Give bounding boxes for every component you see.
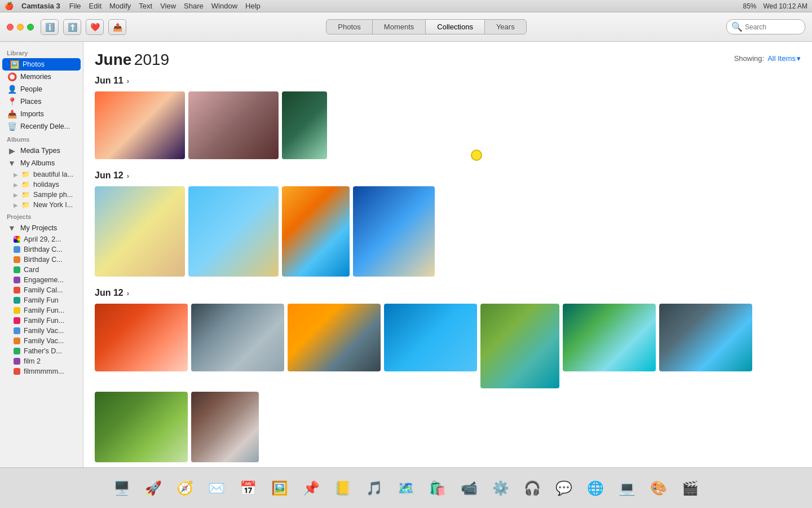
traffic-lights	[7, 24, 34, 30]
sidebar-item-birthday-c2[interactable]: Birthday C...	[0, 255, 83, 265]
sidebar-item-imports[interactable]: 📥 Imports	[0, 108, 83, 120]
tab-collections[interactable]: Collections	[426, 20, 485, 34]
menu-view[interactable]: View	[160, 2, 176, 10]
sidebar-item-holidays[interactable]: ▶ 📁 holidays	[0, 179, 83, 190]
share-button[interactable]: ⬆️	[63, 19, 81, 35]
sidebar-item-family-fun-3[interactable]: Family Fun...	[0, 316, 83, 326]
photo-thumb[interactable]	[659, 304, 752, 371]
menu-modify[interactable]: Modify	[109, 2, 131, 10]
sidebar-item-family-fun[interactable]: Family Fun	[0, 295, 83, 305]
folder-icon-2: 📁	[21, 181, 30, 189]
imports-icon: 📥	[7, 110, 17, 119]
sidebar-item-memories[interactable]: ⭕ Memories	[0, 71, 83, 83]
sidebar-item-beautiful-la[interactable]: ▶ 📁 beautiful la...	[0, 169, 83, 179]
photo-grid-jun12-1	[95, 186, 801, 277]
dock-item-maps[interactable]: 🗺️	[392, 474, 420, 502]
sidebar-item-family-vac2[interactable]: Family Vac...	[0, 336, 83, 346]
minimize-button[interactable]	[17, 24, 24, 30]
dock-item-safari[interactable]: 🧭	[171, 474, 199, 502]
date-label-jun12-1[interactable]: Jun 12 ›	[95, 170, 801, 181]
menu-text[interactable]: Text	[139, 2, 152, 10]
sidebar-item-filmmmm[interactable]: filmmmmm...	[0, 366, 83, 376]
project-dot-birthday1	[14, 246, 20, 253]
menu-file[interactable]: File	[69, 2, 81, 10]
menu-edit[interactable]: Edit	[89, 2, 102, 10]
sidebar-item-places[interactable]: 📍 Places	[0, 95, 83, 108]
photo-thumb[interactable]	[282, 186, 350, 277]
sidebar-item-fathers-d[interactable]: Father's D...	[0, 346, 83, 356]
sidebar-item-engagement[interactable]: Engageme...	[0, 275, 83, 285]
photo-thumb[interactable]	[353, 186, 435, 277]
folder-expand-icon-3: ▶	[14, 192, 18, 198]
photo-grid-jun12-2	[95, 304, 801, 388]
dock-item-photos-app[interactable]: 🎨	[645, 474, 673, 502]
info-button[interactable]: ℹ️	[41, 19, 59, 35]
photo-thumb[interactable]	[95, 304, 188, 371]
dock-item-preview[interactable]: 🖼️	[266, 474, 294, 502]
tab-moments[interactable]: Moments	[373, 20, 426, 34]
apple-logo-icon[interactable]: 🍎	[5, 2, 14, 10]
sidebar-item-family-fun-2[interactable]: Family Fun...	[0, 305, 83, 316]
photo-thumb[interactable]	[480, 304, 559, 388]
titlebar: 🍎 Camtasia 3 File Edit Modify Text View …	[0, 0, 812, 12]
sidebar-item-photos[interactable]: 🖼️ Photos	[2, 58, 81, 71]
date-label-jun11[interactable]: Jun 11 ›	[95, 76, 801, 86]
photo-thumb[interactable]	[191, 304, 284, 371]
sidebar-item-new-york[interactable]: ▶ 📁 New York I...	[0, 200, 83, 210]
dock-item-calendar[interactable]: 📅	[234, 474, 262, 502]
photo-thumb[interactable]	[191, 392, 259, 462]
photo-thumb[interactable]	[95, 91, 185, 159]
sidebar-item-people[interactable]: 👤 People	[0, 83, 83, 95]
sidebar-label-april-29: April 29, 2...	[24, 235, 61, 243]
dock-item-settings[interactable]: ⚙️	[487, 474, 515, 502]
dock-item-chrome[interactable]: 🌐	[581, 474, 610, 502]
library-section-label: Library	[0, 46, 83, 58]
search-box[interactable]: 🔍	[726, 19, 805, 34]
sidebar-item-film-2[interactable]: film 2	[0, 356, 83, 366]
dock-item-notes[interactable]: 📒	[329, 474, 357, 502]
sidebar-item-card[interactable]: Card	[0, 265, 83, 275]
search-input[interactable]	[745, 23, 800, 31]
dock-item-spotify[interactable]: 🎧	[518, 474, 546, 502]
dock-item-mail[interactable]: ✉️	[202, 474, 231, 502]
photo-thumb[interactable]	[95, 186, 185, 277]
dock-item-finder[interactable]: 🖥️	[108, 474, 136, 502]
showing-dropdown[interactable]: All Items ▾	[767, 54, 801, 63]
date-label-jun12-2[interactable]: Jun 12 ›	[95, 288, 801, 298]
photo-thumb[interactable]	[288, 304, 381, 371]
photo-thumb[interactable]	[188, 91, 279, 159]
dock-item-skype[interactable]: 💬	[550, 474, 578, 502]
photo-thumb[interactable]	[563, 304, 656, 371]
sidebar-item-april-29[interactable]: April 29, 2...	[0, 234, 83, 244]
dock-item-appstore[interactable]: 🛍️	[423, 474, 452, 502]
sidebar-item-my-projects[interactable]: ▼ My Projects	[0, 222, 83, 234]
project-dot-card	[14, 266, 20, 273]
project-dot-family-cal	[14, 287, 20, 294]
menu-help[interactable]: Help	[245, 2, 261, 10]
heart-button[interactable]: ❤️	[86, 19, 104, 35]
sidebar-item-my-albums[interactable]: ▼ My Albums	[0, 157, 83, 169]
dock-item-stickies[interactable]: 📌	[297, 474, 325, 502]
sidebar-item-recently-deleted[interactable]: 🗑️ Recently Dele...	[0, 120, 83, 133]
dock-item-launchpad[interactable]: 🚀	[139, 474, 167, 502]
upload-button[interactable]: 📤	[108, 19, 126, 35]
dock-item-camtasia[interactable]: 🎬	[676, 474, 704, 502]
menu-share[interactable]: Share	[184, 2, 204, 10]
sidebar-item-sample-ph[interactable]: ▶ 📁 Sample ph...	[0, 190, 83, 200]
sidebar-item-family-cal[interactable]: Family Cal...	[0, 285, 83, 295]
sidebar-item-media-types[interactable]: ▶ Media Types	[0, 144, 83, 157]
dock-item-facetime[interactable]: 📹	[455, 474, 483, 502]
photo-thumb[interactable]	[282, 91, 327, 159]
close-button[interactable]	[7, 24, 14, 30]
photo-thumb[interactable]	[188, 186, 279, 277]
dock-item-terminal[interactable]: 💻	[613, 474, 641, 502]
dock-item-music[interactable]: 🎵	[360, 474, 389, 502]
photo-thumb[interactable]	[384, 304, 477, 371]
photo-thumb[interactable]	[95, 392, 188, 462]
tab-photos[interactable]: Photos	[326, 20, 372, 34]
maximize-button[interactable]	[27, 24, 34, 30]
sidebar-item-birthday-c1[interactable]: Birthday C...	[0, 244, 83, 255]
menu-window[interactable]: Window	[211, 2, 237, 10]
sidebar-item-family-vac1[interactable]: Family Vac...	[0, 326, 83, 336]
tab-years[interactable]: Years	[485, 20, 526, 34]
